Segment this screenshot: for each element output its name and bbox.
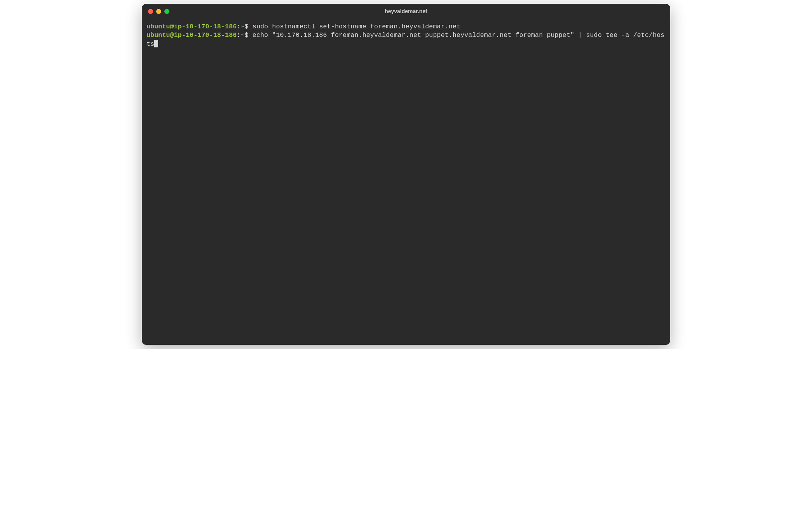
prompt-user-host: ubuntu@ip-10-170-18-186 (146, 31, 237, 39)
cursor-icon (154, 40, 158, 47)
terminal-body[interactable]: ubuntu@ip-10-170-18-186:~$ sudo hostname… (142, 19, 670, 345)
maximize-icon[interactable] (164, 9, 169, 14)
prompt-symbol: $ (245, 31, 249, 39)
prompt-path: ~ (240, 31, 244, 39)
terminal-window: heyvaldemar.net ubuntu@ip-10-170-18-186:… (142, 4, 670, 345)
title-bar: heyvaldemar.net (142, 4, 670, 19)
prompt-path: ~ (240, 23, 244, 30)
command-line-1: sudo hostnamectl set-hostname foreman.he… (253, 23, 460, 30)
prompt-colon: : (237, 31, 240, 39)
window-title: heyvaldemar.net (385, 8, 427, 14)
prompt-user-host: ubuntu@ip-10-170-18-186 (146, 23, 237, 30)
traffic-lights (148, 9, 169, 14)
prompt-symbol: $ (245, 23, 249, 30)
close-icon[interactable] (148, 9, 153, 14)
prompt-colon: : (237, 23, 240, 30)
minimize-icon[interactable] (156, 9, 161, 14)
